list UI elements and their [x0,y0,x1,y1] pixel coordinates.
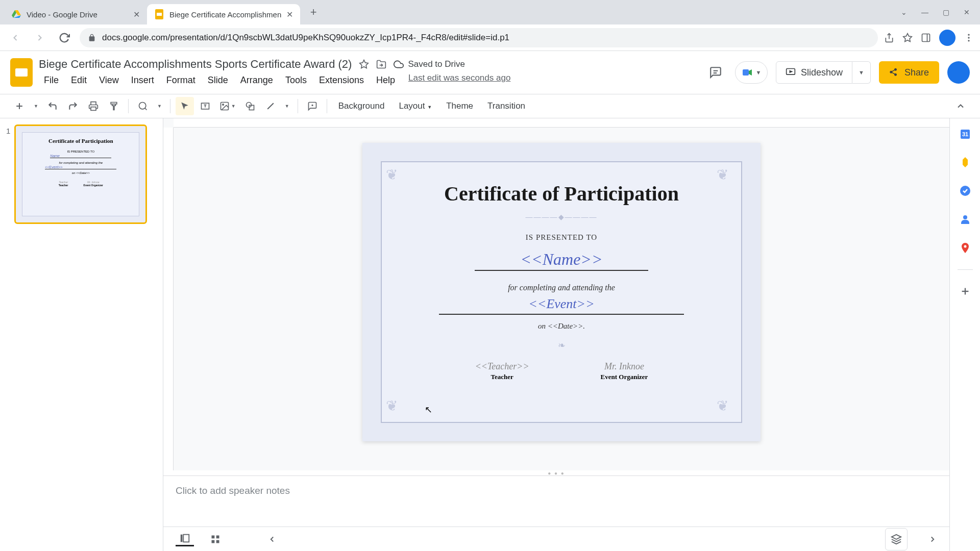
new-slide-button[interactable] [10,97,29,115]
menu-tools[interactable]: Tools [280,73,312,88]
maximize-icon[interactable]: ▢ [943,8,949,16]
last-edit-link[interactable]: Last edit was seconds ago [408,73,510,88]
vertical-ruler[interactable] [163,128,174,470]
menu-slide[interactable]: Slide [203,73,233,88]
slides-logo[interactable] [10,58,33,87]
share-page-icon[interactable] [884,33,894,43]
add-addon-icon[interactable] [958,284,972,298]
completing-label[interactable]: for completing and attending the [508,283,615,292]
account-avatar[interactable] [947,61,970,84]
svg-marker-6 [903,33,912,41]
comment-tool[interactable] [303,97,322,115]
menu-format[interactable]: Format [161,73,201,88]
close-icon[interactable]: ✕ [133,10,140,19]
collapse-filmstrip-icon[interactable] [267,535,277,544]
slideshow-dropdown[interactable]: ▼ [852,61,871,84]
sidepanel-icon[interactable] [921,33,931,43]
svg-marker-41 [892,534,901,539]
star-icon[interactable] [359,59,369,69]
background-button[interactable]: Background [332,101,391,111]
lock-icon [88,34,96,42]
svg-rect-4 [157,13,162,16]
speaker-notes[interactable]: Click to add speaker notes [163,475,949,527]
explore-button[interactable] [885,528,908,550]
slideshow-button[interactable]: Slideshow [776,61,852,84]
maps-icon[interactable] [958,241,972,255]
notes-resize-handle[interactable]: ● ● ● [163,470,949,475]
line-dropdown[interactable]: ▼ [282,97,292,115]
svg-point-29 [223,104,224,106]
tab-search-icon[interactable]: ⌄ [901,8,907,16]
menu-extensions[interactable]: Extensions [314,73,369,88]
slides-favicon [154,9,164,19]
presented-label[interactable]: IS PRESENTED TO [526,233,597,242]
svg-point-46 [964,245,966,248]
slide-canvas[interactable]: ❦ ❦ ❦ ❦ Certificate of Participation ―――… [362,143,761,441]
undo-button[interactable] [43,97,62,115]
paint-format-button[interactable] [105,97,123,115]
theme-button[interactable]: Theme [440,101,479,111]
document-title[interactable]: Biege Certificate Accomplishments Sports… [39,58,352,71]
calendar-icon[interactable]: 31 [958,127,972,141]
zoom-dropdown[interactable]: ▼ [154,97,165,115]
reload-button[interactable] [55,29,74,47]
horizontal-ruler[interactable] [174,118,949,128]
zoom-button[interactable] [134,97,152,115]
minimize-icon[interactable]: — [921,8,928,16]
menu-insert[interactable]: Insert [126,73,159,88]
menu-file[interactable]: File [39,73,64,88]
shape-tool[interactable] [241,97,259,115]
meet-button[interactable]: ▼ [735,61,768,84]
profile-avatar[interactable] [939,30,955,46]
menu-view[interactable]: View [94,73,124,88]
tasks-icon[interactable] [958,184,972,198]
print-button[interactable] [84,97,103,115]
svg-point-10 [968,37,969,38]
expand-sidepanel-icon[interactable] [928,535,937,544]
menu-help[interactable]: Help [371,73,400,88]
redo-button[interactable] [64,97,82,115]
menu-edit[interactable]: Edit [66,73,92,88]
move-icon[interactable] [376,59,386,69]
image-tool[interactable]: ▼ [216,97,239,115]
address-bar[interactable]: docs.google.com/presentation/d/1Qn9scbWL… [80,28,878,47]
svg-rect-39 [212,540,215,543]
chrome-menu-icon[interactable] [964,33,974,43]
layout-button[interactable]: Layout ▼ [393,101,438,111]
comments-button[interactable] [704,61,727,84]
signature-teacher[interactable]: <<Teacher>> Teacher [475,361,529,381]
collapse-toolbar-icon[interactable] [951,97,970,115]
signature-organizer[interactable]: Mr. Inknoe Event Organizer [601,361,648,381]
saved-status[interactable]: Saved to Drive [394,59,465,69]
close-window-icon[interactable]: ✕ [964,8,970,16]
tab-title: Biege Certificate Accomplishmen [169,10,281,19]
transition-button[interactable]: Transition [481,101,531,111]
event-field[interactable]: <<Event>> [439,296,684,315]
svg-text:31: 31 [962,131,968,137]
filmstrip-panel: 1 Certificate of Participation IS PRESEN… [0,118,163,551]
grid-view-button[interactable] [206,532,225,546]
browser-tab-slides[interactable]: Biege Certificate Accomplishmen ✕ [147,4,300,24]
keep-icon[interactable] [958,155,972,169]
forward-button[interactable] [31,29,49,47]
slide-thumbnail[interactable]: Certificate of Participation IS PRESENTE… [14,124,147,224]
back-button[interactable] [6,29,24,47]
chevron-down-icon: ▼ [755,69,761,76]
svg-line-24 [145,108,147,110]
close-icon[interactable]: ✕ [286,10,293,19]
share-button[interactable]: Share [879,61,939,84]
bookmark-icon[interactable] [902,33,913,43]
menu-arrange[interactable]: Arrange [235,73,278,88]
select-tool[interactable] [176,97,194,115]
line-tool[interactable] [261,97,280,115]
browser-tab-drive[interactable]: Video - Google Drive ✕ [4,4,147,24]
new-tab-button[interactable]: + [304,3,323,21]
svg-rect-16 [743,69,749,76]
new-slide-dropdown[interactable]: ▼ [31,97,41,115]
textbox-tool[interactable] [196,97,214,115]
name-field[interactable]: <<Name>> [475,250,648,271]
certificate-title[interactable]: Certificate of Participation [444,182,679,206]
contacts-icon[interactable] [958,212,972,227]
filmstrip-view-button[interactable] [176,532,194,546]
date-label[interactable]: on <<Date>>. [538,322,585,331]
